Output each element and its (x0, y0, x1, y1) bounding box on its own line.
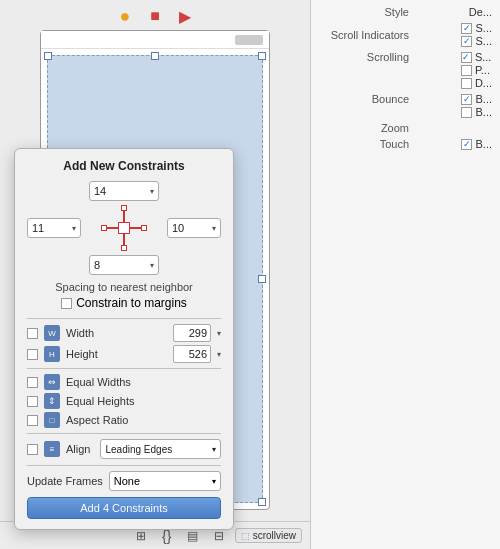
left-value: 11 (32, 222, 44, 234)
handle-tl[interactable] (44, 52, 52, 60)
badge-text: scrollview (253, 530, 296, 541)
popup-divider4 (27, 465, 221, 466)
bounce-row2: B... (461, 106, 492, 118)
aspect-ratio-icon: □ (44, 412, 60, 428)
zoom-row: Zoom (319, 120, 492, 136)
style-label: Style (319, 6, 409, 18)
right-value-select[interactable]: 10 ▾ (167, 218, 221, 238)
equal-widths-row: ⇔ Equal Widths (27, 374, 221, 390)
scroll-row2: P... (461, 64, 492, 76)
cross-tick-bottom[interactable] (121, 245, 127, 251)
bounce-check1[interactable] (461, 94, 472, 105)
bounce-val1: B... (475, 93, 492, 105)
si-check1[interactable] (461, 23, 472, 34)
top-value-select[interactable]: 14 ▾ (89, 181, 159, 201)
middle-row: 11 ▾ 10 ▾ (27, 205, 221, 251)
update-frames-label: Update Frames (27, 475, 103, 487)
canvas-toolbar: ● ■ ▶ (0, 0, 310, 30)
height-arrow: ▾ (217, 350, 221, 359)
constrain-margins-label: Constrain to margins (76, 296, 187, 310)
scroll-val3: D... (475, 77, 492, 89)
cross-tick-top[interactable] (121, 205, 127, 211)
si-row2: S... (461, 35, 492, 47)
si-row1: S... (461, 22, 492, 34)
scroll-val2: P... (475, 64, 490, 76)
cross-center (118, 222, 130, 234)
handle-mr[interactable] (258, 275, 266, 283)
scroll-check2[interactable] (461, 65, 472, 76)
align-row: ≡ Align Leading Edges ▾ (27, 439, 221, 459)
scrolling-checks: S... P... D... (461, 51, 492, 89)
red-square-icon[interactable]: ■ (145, 6, 165, 26)
align-value: Leading Edges (105, 444, 172, 455)
constrain-margins-check[interactable] (61, 298, 72, 309)
popup-title: Add New Constraints (27, 159, 221, 173)
height-check[interactable] (27, 349, 38, 360)
align-select-arrow: ▾ (212, 445, 216, 454)
popup-divider3 (27, 433, 221, 434)
cross-tick-left[interactable] (101, 225, 107, 231)
align-value-select[interactable]: Leading Edges ▾ (100, 439, 221, 459)
touch-check[interactable] (461, 139, 472, 150)
height-row: H Height 526 ▾ (27, 345, 221, 363)
scroll-val1: S... (475, 51, 492, 63)
zoom-label: Zoom (319, 122, 409, 134)
width-label: Width (66, 327, 167, 339)
width-arrow: ▾ (217, 329, 221, 338)
top-value: 14 (94, 185, 106, 197)
scrolling-row: Scrolling S... P... D... (319, 49, 492, 91)
width-value: 299 (173, 324, 211, 342)
constrain-margins-row: Constrain to margins (27, 296, 221, 310)
update-frames-value: None (114, 475, 140, 487)
right-select-arrow: ▾ (212, 224, 216, 233)
equal-heights-row: ⇕ Equal Heights (27, 393, 221, 409)
constraints-popup: Add New Constraints 14 ▾ 11 ▾ 10 ▾ (14, 148, 234, 530)
handle-tr[interactable] (258, 52, 266, 60)
bounce-check2[interactable] (461, 107, 472, 118)
left-value-select[interactable]: 11 ▾ (27, 218, 81, 238)
bounce-checks: B... B... (461, 93, 492, 118)
style-value: De... (469, 6, 492, 18)
aspect-ratio-check[interactable] (27, 415, 38, 426)
align-check[interactable] (27, 444, 38, 455)
equal-widths-check[interactable] (27, 377, 38, 388)
width-icon: W (44, 325, 60, 341)
cross-tick-right[interactable] (141, 225, 147, 231)
width-row: W Width 299 ▾ (27, 324, 221, 342)
si-val2: S... (475, 35, 492, 47)
bounce-row: Bounce B... B... (319, 91, 492, 120)
touch-check-row: B... (461, 138, 492, 150)
align-icon: ≡ (44, 441, 60, 457)
scroll-row1: S... (461, 51, 492, 63)
si-check2[interactable] (461, 36, 472, 47)
update-frames-arrow: ▾ (212, 477, 216, 486)
style-row: Style De... (319, 4, 492, 20)
scroll-check1[interactable] (461, 52, 472, 63)
status-bar (41, 31, 269, 49)
scrollview-badge[interactable]: ⬚ scrollview (235, 528, 302, 543)
aspect-ratio-row: □ Aspect Ratio (27, 412, 221, 428)
equal-widths-icon: ⇔ (44, 374, 60, 390)
add-constraints-button[interactable]: Add 4 Constraints (27, 497, 221, 519)
equal-heights-check[interactable] (27, 396, 38, 407)
bounce-row1: B... (461, 93, 492, 105)
width-check[interactable] (27, 328, 38, 339)
scrolling-label: Scrolling (319, 51, 409, 63)
update-frames-select[interactable]: None ▾ (109, 471, 221, 491)
height-value: 526 (173, 345, 211, 363)
scroll-check3[interactable] (461, 78, 472, 89)
si-val1: S... (475, 22, 492, 34)
red-play-icon[interactable]: ▶ (175, 6, 195, 26)
cross-icon (101, 205, 147, 251)
scroll-indicators-label: Scroll Indicators (319, 29, 409, 41)
orange-circle-icon[interactable]: ● (115, 6, 135, 26)
bottom-value-select[interactable]: 8 ▾ (89, 255, 159, 275)
top-input-row: 14 ▾ (27, 181, 221, 201)
update-frames-row: Update Frames None ▾ (27, 471, 221, 491)
height-label: Height (66, 348, 167, 360)
handle-br[interactable] (258, 498, 266, 506)
status-bar-button (235, 35, 263, 45)
aspect-ratio-label: Aspect Ratio (66, 414, 221, 426)
touch-val: B... (475, 138, 492, 150)
handle-tc[interactable] (151, 52, 159, 60)
